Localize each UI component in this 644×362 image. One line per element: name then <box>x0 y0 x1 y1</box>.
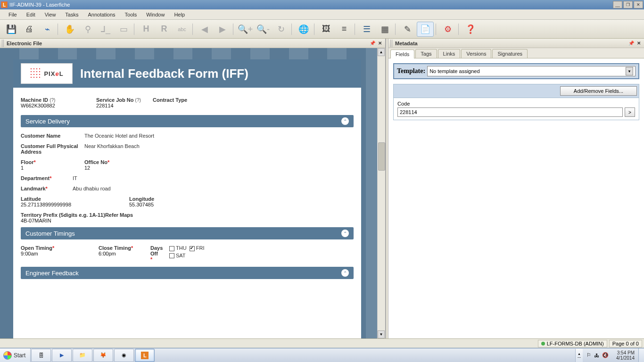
contract-type-label: Contract Type <box>153 97 187 103</box>
minimize-button[interactable]: __ <box>613 1 622 8</box>
grip-icon[interactable] <box>390 40 393 47</box>
zoom-in-icon[interactable]: 🔍+ <box>237 22 254 37</box>
document-title: Internal Feedback Form (IFF) <box>80 66 248 81</box>
print-icon[interactable]: 🖨 <box>21 22 38 37</box>
menu-help[interactable]: Help <box>169 10 190 19</box>
floor-label: Floor <box>21 159 34 165</box>
add-remove-fields-button[interactable]: Add/Remove Fields... <box>560 86 637 96</box>
toolbar: 💾 🖨 ⌁ ✋ ⚲ ⅃_ ▭ H R abc ◀ ▶ 🔍+ 🔍- ↻ 🌐 🖼 ≡… <box>0 20 644 39</box>
thu-checkbox[interactable] <box>169 246 174 251</box>
landmark-value: Abu dhabiu road <box>73 186 111 191</box>
grip-icon[interactable] <box>2 40 5 47</box>
image-icon[interactable]: 🖼 <box>318 22 335 37</box>
code-input[interactable] <box>397 107 623 117</box>
stamp-icon[interactable]: ⅃_ <box>97 22 114 37</box>
section-customer-timings[interactable]: Customer Timings ⌃ <box>21 227 354 239</box>
panel-close-icon[interactable]: ✕ <box>377 40 383 47</box>
network-icon[interactable]: 🖧 <box>594 353 599 358</box>
status-page: Page 0 of 0 <box>609 340 642 347</box>
fri-checkbox[interactable] <box>190 246 195 251</box>
task-firefox[interactable]: 🦊 <box>93 349 113 362</box>
task-explorer[interactable]: 📁 <box>73 349 92 362</box>
scroll-down-icon[interactable]: ▼ <box>378 330 385 338</box>
collapse-icon[interactable]: ⌃ <box>341 117 349 125</box>
scroll-thumb[interactable] <box>378 142 385 171</box>
pin-icon[interactable]: 📌 <box>628 40 635 47</box>
list-icon[interactable]: ☰ <box>358 22 375 37</box>
chevron-down-icon[interactable]: ▼ <box>626 67 633 75</box>
rotate-icon[interactable]: ↻ <box>272 22 289 37</box>
world-icon[interactable]: 🌐 <box>295 22 312 37</box>
close-timing-label: Close Timing <box>99 245 131 251</box>
text-view-icon[interactable]: ≡ <box>336 22 353 37</box>
scan-icon[interactable]: ⌁ <box>39 22 56 37</box>
vertical-scrollbar[interactable]: ▲ ▼ <box>377 48 385 338</box>
pin-icon[interactable]: 📌 <box>369 40 376 47</box>
tab-links[interactable]: Links <box>438 49 461 58</box>
tab-tags[interactable]: Tags <box>415 49 437 58</box>
help-icon[interactable]: ❓ <box>462 22 479 37</box>
text-icon[interactable]: abc <box>173 22 190 37</box>
select-icon[interactable]: ▭ <box>115 22 132 37</box>
status-bar: LF-FORMS-DB (ADMIN) Page 0 of 0 <box>0 338 644 348</box>
collapse-icon[interactable]: ⌃ <box>341 269 349 277</box>
tab-signatures[interactable]: Signatures <box>492 49 528 58</box>
machine-id-hint: (?) <box>50 98 55 103</box>
edit-icon[interactable]: ✎ <box>399 22 416 37</box>
menu-file[interactable]: File <box>4 10 22 19</box>
section-engineer-feedback[interactable]: Engineer Feedback ⌃ <box>21 267 354 279</box>
menu-annotations[interactable]: Annotations <box>83 10 120 19</box>
document-body: Machine ID (?) W662K300882 Service Job N… <box>13 88 361 279</box>
window-title: IIF-ADMIN-39 - Laserfiche <box>9 2 613 8</box>
section-service-delivery-label: Service Delivery <box>25 118 70 125</box>
highlight-icon[interactable]: H <box>138 22 155 37</box>
document-icon[interactable]: 📄 <box>417 22 434 37</box>
volume-icon[interactable]: 🔇 <box>602 352 609 358</box>
thumbnails-icon[interactable]: ▦ <box>376 22 393 37</box>
sat-checkbox[interactable] <box>169 253 174 258</box>
menu-tasks[interactable]: Tasks <box>60 10 83 19</box>
close-button[interactable]: ✕ <box>634 1 643 8</box>
collapse-icon[interactable]: ⌃ <box>341 230 349 237</box>
show-desktop-button[interactable] <box>638 348 644 362</box>
go-button[interactable]: > <box>625 107 635 117</box>
settings-icon[interactable]: ⚙ <box>439 22 456 37</box>
menu-edit[interactable]: Edit <box>22 10 40 19</box>
zoom-region-icon[interactable]: ⚲ <box>79 22 96 37</box>
redact-icon[interactable]: R <box>156 22 173 37</box>
pan-icon[interactable]: ✋ <box>61 22 78 37</box>
logo-e: e <box>55 70 59 77</box>
task-server-manager[interactable]: 🗄 <box>31 349 51 362</box>
next-icon[interactable]: ▶ <box>214 22 231 37</box>
task-laserfiche[interactable]: L <box>135 349 155 362</box>
template-select[interactable]: No template assigned ▼ <box>427 66 636 76</box>
separator <box>58 23 59 35</box>
zoom-out-icon[interactable]: 🔍- <box>255 22 272 37</box>
machine-id-label: Machine ID <box>21 97 48 103</box>
service-job-label: Service Job No <box>96 97 133 103</box>
flag-icon[interactable]: ⚐ <box>586 352 591 358</box>
panel-close-icon[interactable]: ✕ <box>636 40 642 47</box>
fields-box: Add/Remove Fields... Code > <box>393 84 639 120</box>
separator <box>134 23 136 35</box>
save-icon[interactable]: 💾 <box>3 22 20 37</box>
service-job-value: 228114 <box>96 103 153 108</box>
scroll-up-icon[interactable]: ▲ <box>378 48 385 56</box>
menu-tools[interactable]: Tools <box>120 10 142 19</box>
maximize-button[interactable]: ❐ <box>623 1 633 8</box>
electronic-file-header: Electronic File 📌 ✕ <box>0 39 385 48</box>
section-service-delivery[interactable]: Service Delivery ⌃ <box>21 115 354 127</box>
clock[interactable]: 3:54 PM 4/1/2014 <box>612 350 638 361</box>
connected-icon <box>541 342 545 346</box>
task-powershell[interactable]: ▶ <box>52 349 72 362</box>
prev-icon[interactable]: ◀ <box>196 22 213 37</box>
customer-address-value: Near Khorfakkan Beach <box>84 143 140 155</box>
menu-window[interactable]: Window <box>141 10 169 19</box>
tab-versions[interactable]: Versions <box>461 49 491 58</box>
document-viewport[interactable]: PIXeL Internal Feedback Form (IFF) Machi… <box>0 48 385 338</box>
menu-view[interactable]: View <box>40 10 61 19</box>
tab-fields[interactable]: Fields <box>390 49 414 58</box>
start-button[interactable]: Start <box>0 348 31 362</box>
tray-expand-icon[interactable]: ▲— <box>575 349 583 362</box>
task-chrome[interactable]: ◉ <box>114 349 134 362</box>
